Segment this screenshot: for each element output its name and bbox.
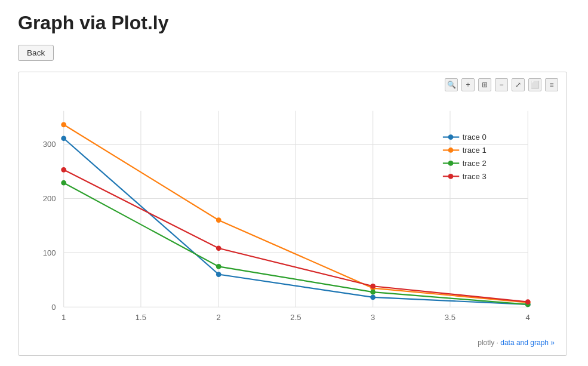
svg-point-49	[448, 174, 454, 179]
chart-svg: .axis-text { font-size: 12px; fill: #666…	[24, 96, 561, 335]
svg-point-40	[448, 134, 454, 140]
zoom-out-icon[interactable]: −	[495, 78, 508, 91]
svg-point-46	[448, 161, 454, 166]
plotly-link[interactable]: data and graph »	[500, 339, 555, 347]
reset-icon[interactable]: ⬜	[528, 78, 541, 91]
svg-point-28	[216, 217, 221, 223]
page-title: Graph via Plot.ly	[18, 12, 570, 34]
chart-area: .axis-text { font-size: 12px; fill: #666…	[24, 96, 561, 335]
zoom-box-icon[interactable]: ⊞	[478, 78, 491, 91]
svg-text:200: 200	[43, 194, 56, 203]
svg-text:4: 4	[526, 313, 530, 322]
svg-point-32	[216, 264, 221, 269]
svg-text:3: 3	[371, 313, 375, 322]
svg-text:trace 0: trace 0	[463, 133, 487, 142]
svg-text:trace 1: trace 1	[463, 146, 487, 155]
svg-text:2.5: 2.5	[290, 313, 301, 322]
svg-point-43	[448, 147, 454, 153]
svg-point-37	[370, 284, 375, 289]
svg-point-31	[61, 180, 66, 186]
chart-container: 🔍+⊞−⤢⬜≡ .axis-text { font-size: 12px; fi…	[18, 72, 567, 356]
svg-point-25	[370, 295, 375, 300]
zoom-in-icon[interactable]: 🔍	[445, 78, 458, 91]
svg-point-33	[370, 290, 375, 295]
svg-text:trace 3: trace 3	[463, 172, 487, 181]
svg-text:1: 1	[61, 313, 66, 322]
svg-text:0: 0	[51, 303, 56, 312]
pan-icon[interactable]: +	[461, 78, 475, 91]
svg-text:3.5: 3.5	[445, 313, 455, 322]
svg-point-24	[216, 272, 221, 277]
svg-point-27	[61, 122, 66, 127]
more-icon[interactable]: ≡	[545, 78, 558, 91]
plotly-attribution: plotly · data and graph »	[24, 335, 561, 349]
svg-point-36	[216, 245, 221, 251]
svg-point-38	[525, 299, 531, 305]
svg-point-23	[61, 136, 66, 141]
back-button[interactable]: Back	[18, 45, 54, 61]
svg-text:trace 2: trace 2	[463, 159, 487, 168]
svg-text:300: 300	[43, 140, 56, 149]
chart-toolbar: 🔍+⊞−⤢⬜≡	[24, 78, 561, 91]
svg-text:1.5: 1.5	[136, 313, 146, 322]
svg-text:2: 2	[217, 313, 221, 322]
svg-point-35	[61, 167, 66, 173]
autoscale-icon[interactable]: ⤢	[512, 78, 525, 91]
svg-text:100: 100	[43, 248, 56, 257]
